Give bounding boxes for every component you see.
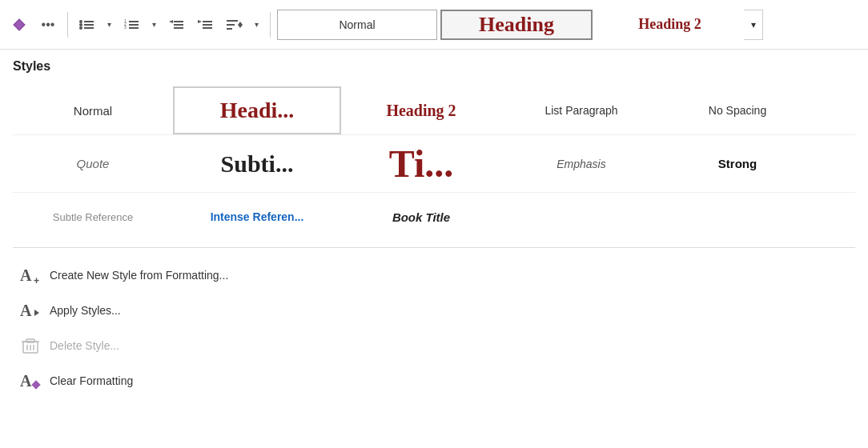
- style-book-title-text: Book Title: [392, 210, 450, 224]
- style-title-large-text: Ti...: [389, 142, 453, 186]
- bullet-list-dropdown[interactable]: ▾: [102, 12, 116, 38]
- style-heading-dropdown[interactable]: Heading: [440, 10, 593, 40]
- svg-marker-17: [198, 20, 202, 23]
- more-icon: •••: [42, 18, 55, 32]
- svg-rect-10: [129, 24, 139, 26]
- delete-style-label: Delete Style...: [50, 339, 119, 352]
- style-heading2-text: Heading 2: [386, 102, 456, 120]
- create-new-style-button[interactable]: A + Create New Style from Formatting...: [13, 258, 855, 293]
- style-item-book-title[interactable]: Book Title: [341, 193, 501, 241]
- sort-button[interactable]: [222, 12, 247, 38]
- list-buttons-group: ▾: [74, 12, 116, 38]
- style-item-quote[interactable]: Quote: [13, 135, 173, 192]
- svg-text:A: A: [20, 302, 32, 319]
- svg-marker-29: [34, 310, 39, 316]
- sort-icon: [227, 18, 243, 31]
- svg-rect-18: [203, 21, 212, 22]
- style-item-normal[interactable]: Normal: [13, 86, 173, 134]
- svg-marker-13: [169, 20, 173, 23]
- style-item-heading2[interactable]: Heading 2: [341, 86, 501, 134]
- delete-style-button[interactable]: Delete Style...: [13, 328, 855, 363]
- style-item-subtitle[interactable]: Subti...: [173, 135, 341, 192]
- svg-point-1: [79, 20, 82, 23]
- chevron-down-icon: ▾: [751, 19, 756, 30]
- create-style-icon: A +: [19, 264, 42, 286]
- svg-point-5: [79, 26, 82, 30]
- sort-group: ▾: [222, 12, 263, 38]
- style-strong-text: Strong: [718, 157, 757, 170]
- numbered-list-group: 1 2 3 ▾: [119, 12, 161, 38]
- svg-rect-16: [174, 27, 183, 29]
- style-normal-text: Normal: [74, 104, 112, 118]
- svg-text:+: +: [34, 275, 39, 286]
- clear-formatting-label: Clear Formatting: [50, 374, 133, 387]
- more-button[interactable]: •••: [35, 12, 61, 38]
- styles-row-3: Subtle Reference Intense Referen... Book…: [13, 193, 855, 241]
- style-no-spacing-text: No Spacing: [709, 104, 766, 117]
- style-subtle-ref-text: Subtle Reference: [53, 211, 133, 223]
- outdent-button[interactable]: [164, 12, 190, 38]
- svg-rect-0: [14, 18, 25, 30]
- svg-rect-12: [129, 27, 139, 29]
- style-item-strong[interactable]: Strong: [661, 135, 814, 192]
- style-item-emphasis[interactable]: Emphasis: [501, 135, 661, 192]
- style-item-subtle-ref[interactable]: Subtle Reference: [13, 193, 173, 241]
- bullet-list-icon: [79, 18, 95, 31]
- diamond-icon: [12, 18, 26, 32]
- style-item-intense-ref[interactable]: Intense Referen...: [173, 193, 341, 241]
- clear-formatting-button[interactable]: A Clear Formatting: [13, 363, 855, 398]
- svg-rect-23: [227, 28, 232, 30]
- svg-rect-19: [203, 24, 212, 26]
- styles-icon-button[interactable]: [6, 12, 32, 38]
- style-item-no-spacing[interactable]: No Spacing: [661, 86, 814, 134]
- svg-text:3: 3: [124, 25, 127, 30]
- svg-rect-20: [203, 27, 212, 29]
- style-item-heading[interactable]: Headi...: [173, 86, 341, 134]
- delete-style-icon: [19, 334, 42, 357]
- styles-panel-title: Styles: [13, 59, 855, 74]
- svg-rect-2: [84, 21, 94, 22]
- bullet-list-button[interactable]: [74, 12, 100, 38]
- style-normal-dropdown[interactable]: Normal: [277, 10, 437, 40]
- svg-point-3: [79, 23, 82, 26]
- svg-rect-14: [174, 21, 183, 22]
- style-item-list-paragraph[interactable]: List Paragraph: [501, 86, 661, 134]
- styles-row-1: Normal Headi... Heading 2 List Paragraph…: [13, 86, 855, 135]
- style-list-para-text: List Paragraph: [545, 104, 617, 117]
- numbered-list-icon: 1 2 3: [124, 18, 140, 31]
- style-heading2-dropdown[interactable]: Heading 2: [596, 10, 744, 40]
- style-heading-text: Headi...: [220, 98, 295, 123]
- apply-styles-icon: A: [19, 299, 42, 322]
- svg-rect-8: [129, 21, 139, 22]
- apply-styles-label: Apply Styles...: [50, 304, 121, 317]
- sort-dropdown[interactable]: ▾: [249, 12, 263, 38]
- style-normal-label: Normal: [339, 18, 375, 31]
- style-emphasis-text: Emphasis: [557, 158, 605, 170]
- styles-grid: Normal Headi... Heading 2 List Paragraph…: [13, 86, 855, 241]
- svg-rect-37: [31, 380, 40, 389]
- svg-marker-25: [238, 25, 243, 28]
- outdent-icon: [169, 18, 185, 31]
- svg-rect-15: [174, 24, 183, 26]
- style-item-title-large[interactable]: Ti...: [341, 135, 501, 192]
- toolbar: ••• ▾ 1 2 3 ▾: [0, 0, 868, 50]
- styles-chevron-button[interactable]: ▾: [744, 10, 763, 40]
- apply-styles-button[interactable]: A Apply Styles...: [13, 293, 855, 328]
- svg-text:A: A: [20, 372, 32, 390]
- svg-rect-6: [84, 27, 94, 29]
- indent-button[interactable]: [193, 12, 219, 38]
- style-intense-ref-text: Intense Referen...: [211, 210, 304, 223]
- create-new-style-label: Create New Style from Formatting...: [50, 269, 228, 282]
- svg-rect-21: [227, 20, 238, 22]
- styles-panel: Styles Normal Headi... Heading 2 List Pa…: [0, 50, 868, 408]
- svg-marker-24: [238, 22, 243, 25]
- style-quote-text: Quote: [77, 157, 110, 170]
- styles-row-2: Quote Subti... Ti... Emphasis Strong: [13, 135, 855, 193]
- style-subtitle-text: Subti...: [221, 150, 294, 178]
- svg-text:A: A: [20, 266, 32, 284]
- numbered-list-button[interactable]: 1 2 3: [119, 12, 145, 38]
- numbered-list-dropdown[interactable]: ▾: [147, 12, 161, 38]
- style-heading-label: Heading: [479, 13, 554, 37]
- clear-formatting-icon: A: [19, 370, 42, 392]
- panel-separator: [13, 247, 855, 248]
